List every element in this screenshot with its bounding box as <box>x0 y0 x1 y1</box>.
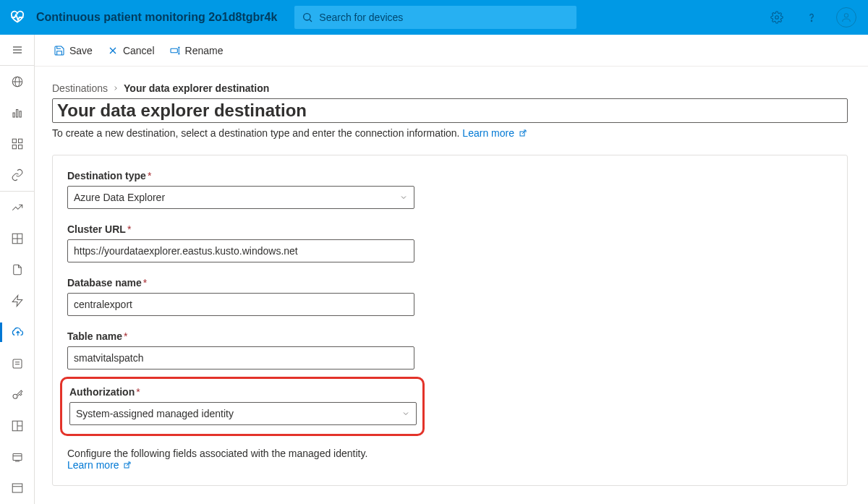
layout-icon <box>11 419 24 432</box>
svg-rect-16 <box>12 145 16 149</box>
left-rail <box>0 35 35 504</box>
app-logo-icon <box>9 9 26 26</box>
nav-item-data-export[interactable] <box>0 317 35 348</box>
nav-item-views[interactable] <box>0 348 35 379</box>
nav-item-templates[interactable] <box>0 160 35 191</box>
nav-item-files[interactable] <box>0 254 35 285</box>
learn-more-link[interactable]: Learn more <box>462 127 527 139</box>
external-link-icon <box>123 461 132 469</box>
svg-rect-15 <box>18 139 22 142</box>
main-scroll: Destinations Your data explorer destinat… <box>35 67 868 504</box>
helper-text: Configure the following fields associate… <box>67 448 833 471</box>
breadcrumb: Destinations Your data explorer destinat… <box>52 82 848 94</box>
authorization-highlight: Authorization* System-assigned managed i… <box>60 377 425 436</box>
cancel-button[interactable]: Cancel <box>106 42 156 59</box>
nav-item-permissions[interactable] <box>0 379 35 410</box>
nav-toggle[interactable] <box>0 35 35 66</box>
app-title: Continuous patient monitoring 2o1d8tgbr4… <box>36 11 277 24</box>
globe-icon <box>11 75 24 88</box>
helper-learn-more-link[interactable]: Learn more <box>67 459 132 471</box>
cluster-url-label: Cluster URL* <box>67 223 833 235</box>
bar-chart-icon <box>11 106 24 119</box>
svg-rect-33 <box>12 484 22 492</box>
field-table-name: Table name* <box>67 330 833 370</box>
content-area: Save Cancel Rename Destinations Your dat… <box>35 35 868 504</box>
topbar-actions <box>767 7 859 27</box>
destination-type-select[interactable]: Azure Data Explorer <box>67 186 414 209</box>
settings-button[interactable] <box>767 7 787 27</box>
nav-item-globe[interactable] <box>0 66 35 97</box>
grid-icon <box>11 137 24 150</box>
field-destination-type: Destination type* Azure Data Explorer <box>67 170 833 209</box>
hamburger-icon <box>12 44 23 56</box>
database-name-input[interactable] <box>67 293 414 316</box>
nav-item-analytics[interactable] <box>0 192 35 223</box>
cluster-url-input[interactable] <box>67 239 414 262</box>
breadcrumb-root[interactable]: Destinations <box>52 82 108 94</box>
nav-item-dashboards[interactable] <box>0 223 35 254</box>
link-icon <box>11 168 24 181</box>
dashboard-icon <box>11 232 24 245</box>
search-box[interactable] <box>294 6 576 29</box>
nav-item-hardware[interactable] <box>0 442 35 473</box>
page-subtext: To create a new destination, select a de… <box>52 127 848 139</box>
nav-item-rules[interactable] <box>0 286 35 317</box>
gear-icon <box>770 11 783 24</box>
nav-item-more[interactable] <box>0 473 35 504</box>
authorization-value: System-assigned managed identity <box>76 408 234 419</box>
chevron-right-icon <box>112 85 119 92</box>
cloud-arrow-icon <box>11 325 24 338</box>
field-cluster-url: Cluster URL* <box>67 223 833 262</box>
rename-button[interactable]: Rename <box>168 42 225 59</box>
external-link-icon <box>519 129 527 137</box>
search-icon <box>302 12 313 23</box>
account-button[interactable] <box>836 7 856 27</box>
svg-rect-37 <box>171 48 177 52</box>
svg-rect-11 <box>13 113 14 117</box>
chevron-down-icon <box>401 409 410 418</box>
bolt-icon <box>11 294 24 307</box>
destination-type-value: Azure Data Explorer <box>74 192 165 203</box>
authorization-select[interactable]: System-assigned managed identity <box>69 402 417 425</box>
cancel-label: Cancel <box>123 45 155 56</box>
breadcrumb-current: Your data explorer destination <box>124 82 269 94</box>
svg-rect-13 <box>20 111 21 117</box>
svg-rect-12 <box>16 110 17 118</box>
chevron-down-icon <box>399 193 408 202</box>
svg-marker-21 <box>12 296 22 307</box>
svg-rect-23 <box>13 359 22 368</box>
question-icon <box>805 11 818 24</box>
table-name-label: Table name* <box>67 330 833 342</box>
svg-line-1 <box>310 20 312 22</box>
rename-label: Rename <box>185 45 224 56</box>
svg-rect-14 <box>12 139 16 142</box>
search-input[interactable] <box>319 12 569 23</box>
svg-point-3 <box>811 20 812 21</box>
help-button[interactable] <box>801 7 822 27</box>
destination-type-label: Destination type* <box>67 170 833 181</box>
form-card: Destination type* Azure Data Explorer Cl… <box>52 155 848 486</box>
main-layout: Save Cancel Rename Destinations Your dat… <box>0 35 868 504</box>
svg-rect-17 <box>18 145 22 149</box>
save-label: Save <box>69 45 93 56</box>
field-authorization: Authorization* System-assigned managed i… <box>69 386 415 425</box>
save-icon <box>54 45 65 56</box>
svg-point-0 <box>304 14 310 20</box>
svg-point-4 <box>844 14 848 17</box>
person-icon <box>841 12 852 23</box>
table-name-input[interactable] <box>67 346 414 370</box>
nav-item-devices[interactable] <box>0 97 35 128</box>
database-name-label: Database name* <box>67 277 833 289</box>
analytics-icon <box>11 201 24 214</box>
svg-point-2 <box>775 16 779 20</box>
nav-item-groups[interactable] <box>0 129 35 160</box>
destination-name-input[interactable] <box>52 98 848 123</box>
topbar: Continuous patient monitoring 2o1d8tgbr4… <box>0 0 868 35</box>
save-button[interactable]: Save <box>52 42 94 59</box>
key-icon <box>11 388 24 401</box>
rename-icon <box>169 45 181 56</box>
field-database-name: Database name* <box>67 277 833 316</box>
file-icon <box>11 263 24 276</box>
nav-item-layout[interactable] <box>0 410 35 441</box>
authorization-label: Authorization* <box>69 386 415 398</box>
